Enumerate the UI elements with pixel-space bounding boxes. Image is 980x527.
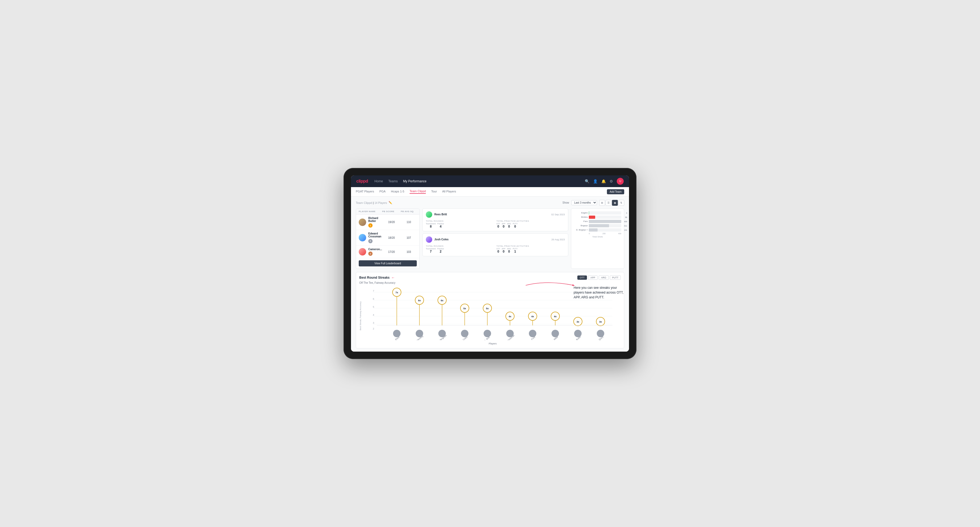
putt-josh: 1	[513, 250, 517, 253]
grid-view-btn[interactable]: ⊞	[599, 200, 605, 206]
player-name: Richard Butler	[368, 217, 382, 222]
user-icon[interactable]: 👤	[593, 179, 598, 183]
player-card-rees: Rees Britt 02 Sep 2023 Total Rounds Tour…	[422, 208, 568, 231]
svg-point-30	[484, 330, 491, 337]
table-row: Cameron... 3 17/20 103	[356, 246, 419, 259]
svg-text:7x: 7x	[396, 291, 398, 294]
bar-fill-double-bogeys	[589, 229, 598, 232]
streaks-subtitle: Off The Tee, Fairway Accuracy	[359, 281, 621, 284]
bar-track-double-bogeys: 131	[589, 229, 621, 232]
bar-label-bogeys: Bogeys	[574, 224, 588, 227]
arrow-icon: ←	[391, 275, 395, 280]
x-label-400: 400	[618, 233, 621, 235]
nav-links: Home Teams My Performance	[374, 179, 578, 183]
nav-my-performance[interactable]: My Performance	[403, 179, 426, 183]
filter-putt[interactable]: PUTT	[610, 275, 621, 280]
svg-text:6x: 6x	[418, 299, 421, 302]
search-icon[interactable]: 🔍	[585, 179, 589, 183]
bar-label-birdies: Birdies	[574, 216, 588, 218]
card-avatar-josh	[426, 237, 432, 243]
tournament-rounds-josh: 7	[426, 250, 436, 253]
player-avatar-edward	[359, 234, 366, 241]
bar-fill-pars	[589, 220, 621, 223]
svg-text:3x: 3x	[599, 321, 602, 323]
bar-fill-birdies	[589, 216, 595, 219]
period-dropdown[interactable]: Last 3 months Last 6 months Last year	[571, 200, 597, 205]
card-date-rees: 02 Sep 2023	[551, 213, 565, 216]
team-header: Team Clippd | 14 Players ✏️ Show Last 3 …	[356, 200, 624, 206]
card-avatar-rees	[426, 211, 432, 218]
bar-track-bogeys: 311	[589, 224, 621, 227]
y-axis-label: Best Streak, Fairway Accuracy	[359, 287, 364, 345]
show-label: Show	[562, 201, 569, 204]
bar-track-eagles: 3	[589, 211, 621, 214]
bar-chart-area: Eagles 3 Birdies 96	[574, 211, 621, 232]
bell-icon[interactable]: 🔔	[601, 179, 606, 183]
edit-icon[interactable]: ✏️	[388, 201, 392, 205]
lb-col-pb-avg: PB AVG SQ	[401, 210, 417, 213]
player-avatar-richard	[359, 219, 366, 226]
svg-text:6: 6	[373, 298, 374, 300]
lb-col-player: PLAYER NAME	[359, 210, 382, 213]
filter-view-btn[interactable]: ⇅	[618, 200, 624, 206]
svg-text:2: 2	[373, 327, 374, 330]
practice-rounds-josh: 2	[437, 250, 444, 253]
svg-text:7: 7	[373, 290, 374, 292]
svg-text:4x: 4x	[509, 315, 511, 318]
add-team-button[interactable]: Add Team	[607, 189, 624, 194]
streaks-title: Best Round Streaks ←	[359, 275, 395, 280]
bar-chart-panel: Eagles 3 Birdies 96	[571, 208, 624, 269]
bar-row-bogeys: Bogeys 311	[574, 224, 621, 227]
filter-arg[interactable]: ARG	[599, 275, 609, 280]
chart-view-btn[interactable]: ▦	[612, 200, 618, 206]
x-axis-players-label: Players	[364, 342, 621, 345]
three-column-layout: PLAYER NAME PB SCORE PB AVG SQ Richard B…	[356, 208, 624, 269]
list-view-btn[interactable]: ☰	[606, 200, 611, 206]
bar-label-eagles: Eagles	[574, 211, 588, 214]
pb-avg-edward: 107	[401, 237, 417, 239]
player-cell: Richard Butler 1	[359, 217, 382, 228]
sub-nav-pga[interactable]: PGA	[379, 190, 386, 194]
nav-home[interactable]: Home	[374, 179, 383, 183]
streaks-section-wrapper: Best Round Streaks ← OTT APP ARG PUTT Of…	[356, 272, 624, 348]
annotation-text: Here you can see streaks your players ha…	[574, 285, 627, 300]
svg-text:4: 4	[373, 314, 374, 316]
pb-avg-richard: 110	[401, 221, 417, 224]
filter-app[interactable]: APP	[588, 275, 598, 280]
pb-score-richard: 19/20	[382, 221, 401, 224]
team-title: Team Clippd | 14 Players	[356, 201, 387, 205]
putt-rees: 0	[513, 225, 517, 229]
card-player-name-rees: Rees Britt	[434, 213, 447, 216]
practice-rounds-rees: 4	[437, 225, 444, 229]
bar-val-eagles: 3	[626, 212, 627, 214]
player-cards-panel: Rees Britt 02 Sep 2023 Total Rounds Tour…	[422, 208, 568, 269]
rank-badge-2: 2	[368, 239, 372, 243]
settings-icon[interactable]: ⚙	[609, 179, 613, 183]
player-card-josh: Josh Coles 26 Aug 2023 Total Rounds Tour…	[422, 233, 568, 256]
ott-josh: 0	[496, 250, 500, 253]
streaks-section: Best Round Streaks ← OTT APP ARG PUTT Of…	[356, 272, 624, 348]
avatar[interactable]: U	[617, 178, 624, 185]
player-name: Cameron...	[368, 248, 382, 251]
sub-nav-all-players[interactable]: All Players	[442, 190, 456, 194]
bar-label-double-bogeys: D. Bogeys +	[574, 229, 588, 231]
sub-nav-team-clippd[interactable]: Team Clippd	[410, 189, 426, 194]
player-name: Edward Crossman	[368, 232, 382, 238]
bar-fill-bogeys	[589, 224, 609, 227]
streak-filter-btns: OTT APP ARG PUTT	[578, 275, 621, 280]
bar-val-birdies: 96	[625, 216, 627, 218]
practice-activities-label: Total Practice Activities	[496, 220, 565, 222]
svg-text:5: 5	[373, 306, 374, 308]
table-row: Edward Crossman 2 18/20 107	[356, 230, 419, 246]
sub-nav-pgat[interactable]: PGAT Players	[356, 190, 374, 194]
bar-val-bogeys: 311	[624, 225, 627, 227]
nav-teams[interactable]: Teams	[388, 179, 398, 183]
view-full-leaderboard-button[interactable]: View Full Leaderboard	[359, 260, 417, 267]
main-content: Team Clippd | 14 Players ✏️ Show Last 3 …	[351, 197, 629, 352]
pb-score-edward: 18/20	[382, 237, 401, 239]
bar-track-pars: 499	[589, 220, 621, 223]
sub-nav-tour[interactable]: Tour	[431, 190, 437, 194]
sub-nav-hcaps[interactable]: Hcaps 1-5	[391, 190, 404, 194]
card-player-name-josh: Josh Coles	[434, 238, 449, 241]
svg-text:5x: 5x	[486, 307, 488, 310]
